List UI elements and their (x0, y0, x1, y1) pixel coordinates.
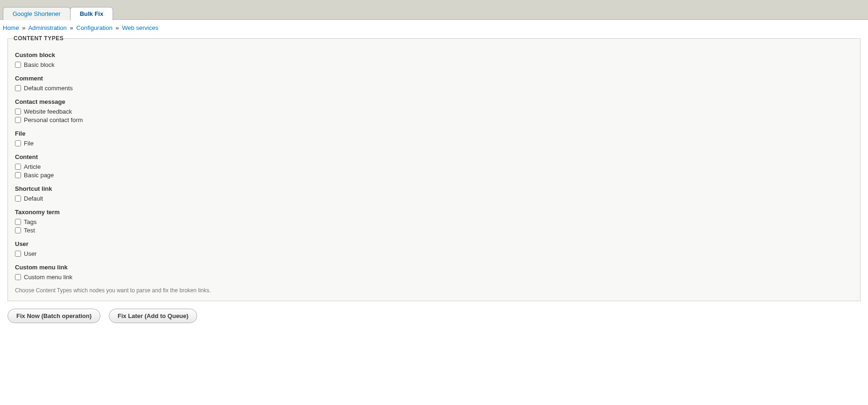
checkbox-row-file[interactable]: File (15, 140, 853, 147)
checkbox-custom-menu-link[interactable] (15, 274, 21, 280)
tab-google-shortener[interactable]: Google Shortener (3, 7, 71, 20)
checkbox-user[interactable] (15, 251, 21, 257)
checkbox-row-website-feedback[interactable]: Website feedback (15, 108, 853, 115)
tab-bar: Google Shortener Bulk Fix (0, 0, 868, 20)
checkbox-label: Personal contact form (24, 116, 83, 123)
group-label-contact-message: Contact message (15, 98, 853, 105)
checkbox-file[interactable] (15, 140, 21, 146)
group-label-user: User (15, 240, 853, 247)
checkbox-test[interactable] (15, 227, 21, 233)
checkbox-label: Default (24, 195, 43, 202)
checkbox-website-feedback[interactable] (15, 108, 21, 115)
fix-now-button[interactable]: Fix Now (Batch operation) (7, 309, 100, 323)
breadcrumb-administration[interactable]: Administration (28, 24, 66, 31)
fix-later-button[interactable]: Fix Later (Add to Queue) (109, 309, 198, 323)
checkbox-label: Default comments (24, 85, 73, 92)
checkbox-row-tags[interactable]: Tags (15, 218, 853, 225)
group-label-file: File (15, 130, 853, 137)
checkbox-row-personal-contact-form[interactable]: Personal contact form (15, 116, 853, 123)
checkbox-label: Basic block (24, 61, 55, 68)
form-actions: Fix Now (Batch operation) Fix Later (Add… (7, 309, 861, 331)
checkbox-row-default-comments[interactable]: Default comments (15, 85, 853, 92)
tab-bulk-fix[interactable]: Bulk Fix (70, 7, 114, 21)
group-label-shortcut-link: Shortcut link (15, 185, 853, 192)
breadcrumb-configuration[interactable]: Configuration (76, 24, 112, 31)
fieldset-description: Choose Content Types which nodes you wan… (15, 287, 853, 294)
checkbox-row-custom-menu-link[interactable]: Custom menu link (15, 274, 853, 281)
breadcrumb-home[interactable]: Home (3, 24, 19, 31)
breadcrumb-separator: » (70, 24, 73, 31)
checkbox-label: Test (24, 227, 35, 234)
group-label-custom-block: Custom block (15, 51, 853, 58)
checkbox-basic-block[interactable] (15, 62, 21, 68)
checkbox-row-article[interactable]: Article (15, 163, 853, 170)
content-types-fieldset: CONTENT TYPES Custom block Basic block C… (7, 35, 861, 301)
checkbox-tags[interactable] (15, 219, 21, 225)
checkbox-label: Article (24, 163, 41, 170)
checkbox-personal-contact-form[interactable] (15, 117, 21, 123)
checkbox-basic-page[interactable] (15, 172, 21, 178)
checkbox-label: File (24, 140, 34, 147)
checkbox-row-test[interactable]: Test (15, 227, 853, 234)
checkbox-label: User (24, 250, 36, 257)
checkbox-label: Website feedback (24, 108, 72, 115)
group-label-taxonomy-term: Taxonomy term (15, 209, 853, 216)
checkbox-default-comments[interactable] (15, 85, 21, 91)
checkbox-label: Basic page (24, 172, 54, 179)
checkbox-label: Custom menu link (24, 274, 72, 281)
checkbox-row-basic-page[interactable]: Basic page (15, 172, 853, 179)
content-wrapper: CONTENT TYPES Custom block Basic block C… (0, 35, 868, 338)
group-label-custom-menu-link: Custom menu link (15, 264, 853, 271)
checkbox-row-basic-block[interactable]: Basic block (15, 61, 853, 68)
checkbox-default[interactable] (15, 195, 21, 202)
breadcrumb-separator: » (115, 24, 119, 31)
breadcrumb-web-services[interactable]: Web services (122, 24, 158, 31)
checkbox-row-user[interactable]: User (15, 250, 853, 257)
breadcrumb-separator: » (22, 24, 25, 31)
checkbox-row-default[interactable]: Default (15, 195, 853, 202)
checkbox-label: Tags (24, 218, 36, 225)
fieldset-legend: CONTENT TYPES (14, 35, 64, 42)
tab-list: Google Shortener Bulk Fix (3, 7, 868, 20)
breadcrumb: Home » Administration » Configuration » … (0, 20, 868, 35)
group-label-comment: Comment (15, 75, 853, 82)
group-label-content: Content (15, 153, 853, 160)
checkbox-article[interactable] (15, 164, 21, 170)
